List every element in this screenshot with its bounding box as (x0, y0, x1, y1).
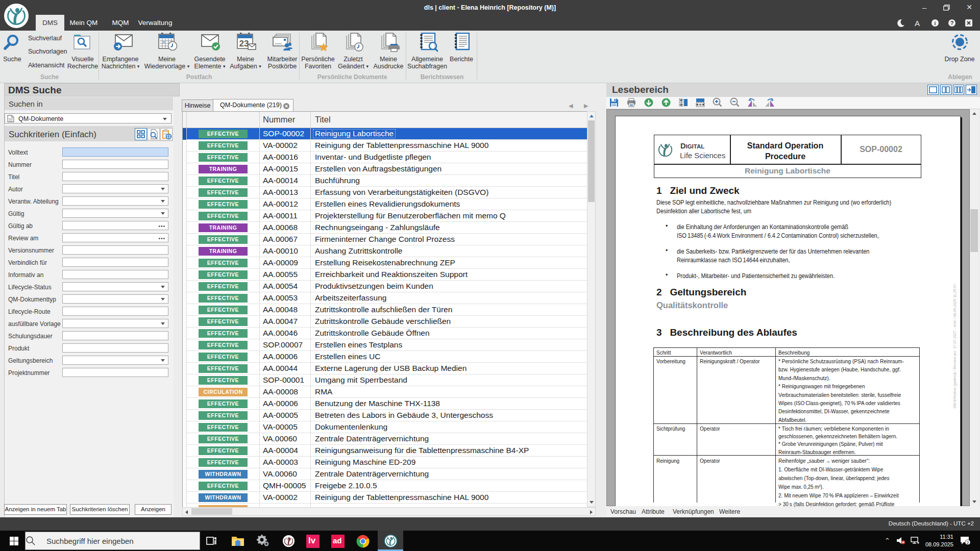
svg-text:23: 23 (239, 39, 249, 48)
svg-text:?: ? (950, 20, 954, 26)
svg-text:i: i (935, 20, 936, 26)
svg-text:2: 2 (966, 540, 969, 545)
